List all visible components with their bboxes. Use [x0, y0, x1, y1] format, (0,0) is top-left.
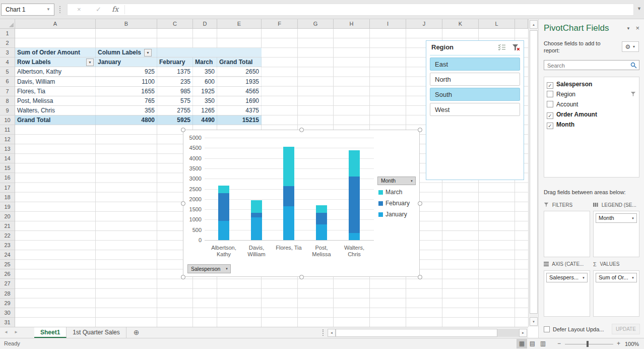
bar-segment-march[interactable] — [283, 147, 294, 186]
bar-segment-january[interactable] — [251, 217, 262, 240]
row-header-4[interactable]: 4 — [0, 57, 15, 67]
sheet-tab-1st-quarter-sales[interactable]: 1st Quarter Sales — [67, 327, 126, 338]
column-header-j[interactable]: J — [406, 19, 442, 29]
bar-segment-february[interactable] — [349, 177, 360, 233]
hscroll-right-icon[interactable]: ► — [519, 329, 527, 337]
defer-layout-checkbox[interactable] — [544, 326, 550, 332]
row-header-8[interactable]: 8 — [0, 96, 15, 106]
bar-segment-march[interactable] — [349, 150, 360, 176]
region-slicer[interactable]: Region EastNorthSouthWest — [426, 40, 524, 180]
multi-select-icon[interactable] — [498, 44, 506, 50]
zoom-in-icon[interactable]: + — [617, 340, 620, 347]
slicer-item-east[interactable]: East — [430, 57, 520, 71]
pivot-chart[interactable]: 0500100015002000250030003500400045005000… — [183, 130, 420, 277]
legend-field-button[interactable]: Month▼ — [377, 177, 416, 185]
pivot-value-cell[interactable]: 1375 — [157, 67, 193, 77]
chart-selection-handle[interactable] — [299, 275, 304, 279]
normal-view-icon[interactable]: ▦ — [517, 339, 527, 348]
row-header-13[interactable]: 13 — [0, 144, 15, 154]
pivot-value-cell[interactable]: 350 — [193, 67, 217, 77]
tab-bar-splitter[interactable] — [323, 329, 324, 336]
row-header-2[interactable]: 2 — [0, 38, 15, 48]
pivot-value-cell[interactable]: 925 — [96, 67, 157, 77]
chart-selection-handle[interactable] — [181, 201, 185, 206]
pivot-value-cell[interactable]: 4375 — [217, 106, 262, 115]
slicer-item-south[interactable]: South — [430, 88, 520, 101]
page-break-view-icon[interactable]: ▥ — [538, 339, 548, 348]
row-header-1[interactable]: 1 — [0, 29, 15, 38]
zoom-level-label[interactable]: 100% — [625, 341, 639, 347]
formula-bar-expand-icon[interactable]: ▼ — [637, 7, 641, 11]
legend-item-march[interactable]: March — [378, 188, 402, 195]
search-input[interactable] — [546, 62, 629, 70]
row-header-20[interactable]: 20 — [0, 212, 15, 221]
pivot-value-cell[interactable]: 1265 — [193, 106, 217, 115]
pivot-value-cell[interactable]: 765 — [96, 96, 157, 106]
pivot-col-header[interactable]: Grand Total — [217, 57, 262, 67]
filters-area-box[interactable] — [544, 211, 590, 257]
row-labels-filter-icon[interactable]: ▼ — [86, 59, 94, 66]
insert-function-icon[interactable]: fx — [112, 5, 118, 13]
axis-field-button[interactable]: Salesperson▼ — [187, 264, 231, 273]
row-header-9[interactable]: 9 — [0, 106, 15, 115]
pivot-value-cell[interactable]: 355 — [96, 106, 157, 115]
bar-segment-january[interactable] — [349, 233, 360, 240]
pivot-value-cell[interactable]: 1935 — [217, 77, 262, 87]
update-button[interactable]: UPDATE — [612, 324, 640, 334]
pivot-grand-total-value[interactable]: 15215 — [217, 115, 262, 125]
enter-icon[interactable]: ✓ — [96, 6, 101, 13]
pivot-value-cell[interactable]: 985 — [157, 87, 193, 96]
field-row-salesperson[interactable]: ✓Salesperson — [544, 79, 639, 89]
pane-options-icon[interactable]: ▼ — [626, 26, 630, 31]
pivot-col-header[interactable]: February — [157, 57, 193, 67]
field-checkbox[interactable]: ✓ — [547, 123, 553, 129]
cancel-icon[interactable]: × — [77, 6, 81, 13]
chart-selection-handle[interactable] — [181, 128, 185, 132]
horizontal-scroll-thumb[interactable] — [336, 329, 497, 337]
bar-segment-january[interactable] — [316, 224, 327, 240]
pivot-value-cell[interactable]: 1925 — [193, 87, 217, 96]
row-header-22[interactable]: 22 — [0, 231, 15, 241]
column-header-d[interactable]: D — [193, 19, 217, 29]
zoom-slider[interactable] — [565, 344, 613, 344]
row-header-5[interactable]: 5 — [0, 67, 15, 77]
page-layout-view-icon[interactable]: ▤ — [527, 339, 538, 348]
area-field-chip[interactable]: Month▼ — [596, 213, 637, 223]
row-header-27[interactable]: 27 — [0, 279, 15, 288]
pivot-value-cell[interactable]: 235 — [157, 77, 193, 87]
pivot-grand-total-value[interactable]: 4490 — [193, 115, 217, 125]
field-row-month[interactable]: ✓Month — [544, 119, 639, 129]
row-header-30[interactable]: 30 — [0, 308, 15, 318]
scroll-down-icon[interactable]: ▼ — [530, 317, 538, 326]
name-box[interactable]: Chart 1 ▼ — [1, 4, 54, 16]
tab-scroll-left-icon[interactable]: ◄ — [4, 330, 8, 334]
zoom-out-icon[interactable]: − — [557, 340, 561, 347]
chart-selection-handle[interactable] — [418, 275, 422, 279]
bar-segment-february[interactable] — [251, 213, 262, 218]
row-header-14[interactable]: 14 — [0, 154, 15, 163]
pivot-value-cell[interactable]: 2755 — [157, 106, 193, 115]
pivot-grand-total-value[interactable]: 4800 — [96, 115, 157, 125]
pivot-col-header[interactable]: January — [96, 57, 157, 67]
row-header-15[interactable]: 15 — [0, 163, 15, 173]
pivot-row-label[interactable]: Flores, Tia — [15, 87, 96, 96]
hscroll-left-icon[interactable]: ◄ — [328, 329, 336, 337]
pivot-row-label[interactable]: Albertson, Kathy — [15, 67, 96, 77]
pivot-value-cell[interactable]: 600 — [193, 77, 217, 87]
column-header-i[interactable]: I — [370, 19, 406, 29]
vertical-scroll-thumb[interactable] — [530, 30, 538, 314]
bar-segment-february[interactable] — [316, 213, 327, 224]
row-header-10[interactable]: 10 — [0, 115, 15, 125]
row-header-17[interactable]: 17 — [0, 183, 15, 193]
pivot-col-header[interactable]: March — [193, 57, 217, 67]
new-sheet-icon[interactable]: ⊕ — [134, 327, 140, 338]
row-header-24[interactable]: 24 — [0, 250, 15, 260]
pivot-row-label[interactable]: Post, Melissa — [15, 96, 96, 106]
bar-segment-march[interactable] — [218, 186, 229, 193]
column-header-k[interactable]: K — [442, 19, 479, 29]
column-header-partial[interactable] — [515, 19, 528, 29]
row-header-29[interactable]: 29 — [0, 299, 15, 308]
row-header-7[interactable]: 7 — [0, 87, 15, 96]
row-header-31[interactable]: 31 — [0, 318, 15, 327]
column-header-a[interactable]: A — [15, 19, 96, 29]
